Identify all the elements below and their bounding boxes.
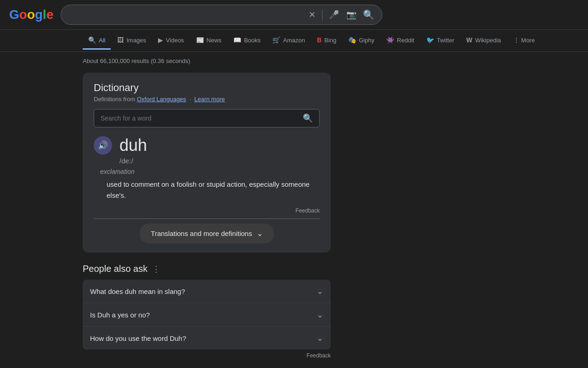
tab-bing[interactable]: B Bing: [311, 32, 342, 50]
clear-button[interactable]: ✕: [308, 9, 317, 21]
paa-item[interactable]: Is Duh a yes or no? ⌄: [83, 303, 331, 327]
word-text: duh: [119, 136, 147, 155]
tab-twitter-label: Twitter: [437, 37, 454, 44]
paa-feedback[interactable]: Feedback: [83, 350, 331, 359]
tab-news[interactable]: 📰 News: [191, 32, 227, 50]
header: Google duh ✕ 🎤 📷 🔍: [0, 0, 588, 30]
learn-more-link[interactable]: Learn more: [194, 96, 225, 103]
tab-all-label: All: [99, 37, 105, 44]
tab-giphy-label: Giphy: [359, 37, 374, 44]
tab-all[interactable]: 🔍 All: [83, 32, 111, 50]
voice-search-button[interactable]: 🎤: [328, 9, 340, 21]
tab-giphy[interactable]: 🎭 Giphy: [343, 32, 380, 50]
tab-reddit-label: Reddit: [397, 37, 414, 44]
paa-menu-icon[interactable]: ⋮: [152, 264, 160, 274]
speaker-icon: 🔊: [98, 140, 108, 150]
news-icon: 📰: [196, 36, 204, 44]
paa-chevron-icon-2: ⌄: [317, 310, 323, 320]
tab-amazon[interactable]: 🛒 Amazon: [267, 32, 311, 50]
dictionary-search-box: 🔍: [94, 109, 320, 127]
tab-more[interactable]: ⋮ More: [508, 32, 541, 50]
results-count-text: About 66,100,000 results (0.36 seconds): [83, 58, 190, 64]
dictionary-search-icon: 🔍: [303, 113, 313, 123]
dictionary-source: Definitions from Oxford Languages · Lear…: [94, 96, 320, 103]
dictionary-title: Dictionary: [94, 82, 320, 94]
dict-divider: [94, 218, 320, 219]
tab-reddit[interactable]: 👾 Reddit: [381, 32, 420, 50]
audio-button[interactable]: 🔊: [94, 136, 112, 155]
dict-feedback[interactable]: Feedback: [94, 207, 320, 214]
tab-twitter[interactable]: 🐦 Twitter: [421, 32, 460, 50]
tab-bing-label: Bing: [324, 37, 336, 44]
nav-tabs: 🔍 All 🖼 Images ▶ Videos 📰 News 📖 Books 🛒…: [0, 30, 588, 52]
google-logo[interactable]: Google: [9, 7, 53, 22]
word-type: exclamation: [100, 168, 320, 175]
feedback-label: Feedback: [295, 207, 320, 214]
chevron-down-icon: ⌄: [257, 229, 263, 238]
all-icon: 🔍: [88, 36, 96, 44]
twitter-icon: 🐦: [426, 36, 434, 44]
search-bar-icons: ✕ 🎤 📷 🔍: [308, 9, 374, 21]
definition-text: used to comment on a foolish or stupid a…: [107, 179, 320, 201]
paa-chevron-icon-1: ⌄: [317, 286, 323, 296]
oxford-languages-link[interactable]: Oxford Languages: [137, 96, 186, 103]
books-icon: 📖: [233, 36, 241, 44]
paa-item[interactable]: What does duh mean in slang? ⌄: [83, 280, 331, 303]
paa-item[interactable]: How do you use the word Duh? ⌄: [83, 327, 331, 350]
tab-books[interactable]: 📖 Books: [228, 32, 266, 50]
dictionary-card: Dictionary Definitions from Oxford Langu…: [83, 73, 331, 253]
tab-wikipedia[interactable]: W Wikipedia: [461, 32, 507, 50]
phonetic: /deː/: [119, 157, 320, 165]
more-icon: ⋮: [513, 36, 520, 44]
amazon-icon: 🛒: [272, 36, 280, 44]
source-text: Definitions from: [94, 96, 135, 103]
search-button[interactable]: 🔍: [363, 9, 374, 20]
tab-videos-label: Videos: [166, 37, 184, 44]
word-header: 🔊 duh: [94, 136, 320, 155]
tab-videos[interactable]: ▶ Videos: [153, 32, 190, 50]
paa-question-1: What does duh mean in slang?: [90, 288, 185, 295]
tab-images-label: Images: [126, 37, 146, 44]
translations-label: Translations and more definitions: [151, 230, 252, 237]
search-input[interactable]: duh: [68, 11, 304, 19]
wikipedia-icon: W: [466, 36, 472, 44]
main-content: Dictionary Definitions from Oxford Langu…: [0, 68, 413, 363]
giphy-icon: 🎭: [348, 36, 356, 44]
divider: [322, 9, 322, 20]
paa-list: What does duh mean in slang? ⌄ Is Duh a …: [83, 280, 331, 350]
paa-chevron-icon-3: ⌄: [317, 333, 323, 343]
tab-images[interactable]: 🖼 Images: [112, 32, 152, 50]
bing-icon: B: [317, 36, 322, 44]
videos-icon: ▶: [158, 36, 163, 44]
paa-feedback-label: Feedback: [306, 352, 331, 359]
tab-more-label: More: [521, 37, 535, 44]
search-bar: duh ✕ 🎤 📷 🔍: [61, 5, 382, 25]
reddit-icon: 👾: [386, 36, 394, 44]
paa-header: People also ask ⋮: [83, 264, 331, 274]
images-icon: 🖼: [117, 36, 124, 44]
tab-news-label: News: [207, 37, 222, 44]
translations-button[interactable]: Translations and more definitions ⌄: [140, 224, 273, 243]
people-also-ask-section: People also ask ⋮ What does duh mean in …: [83, 264, 331, 359]
paa-question-3: How do you use the word Duh?: [90, 334, 186, 342]
tab-amazon-label: Amazon: [283, 37, 305, 44]
dictionary-search-input[interactable]: [101, 115, 298, 122]
tab-wikipedia-label: Wikipedia: [475, 37, 501, 44]
paa-question-2: Is Duh a yes or no?: [90, 311, 150, 319]
paa-title: People also ask: [83, 264, 147, 274]
results-count: About 66,100,000 results (0.36 seconds): [0, 52, 588, 68]
tab-books-label: Books: [244, 37, 260, 44]
image-search-button[interactable]: 📷: [345, 9, 357, 21]
